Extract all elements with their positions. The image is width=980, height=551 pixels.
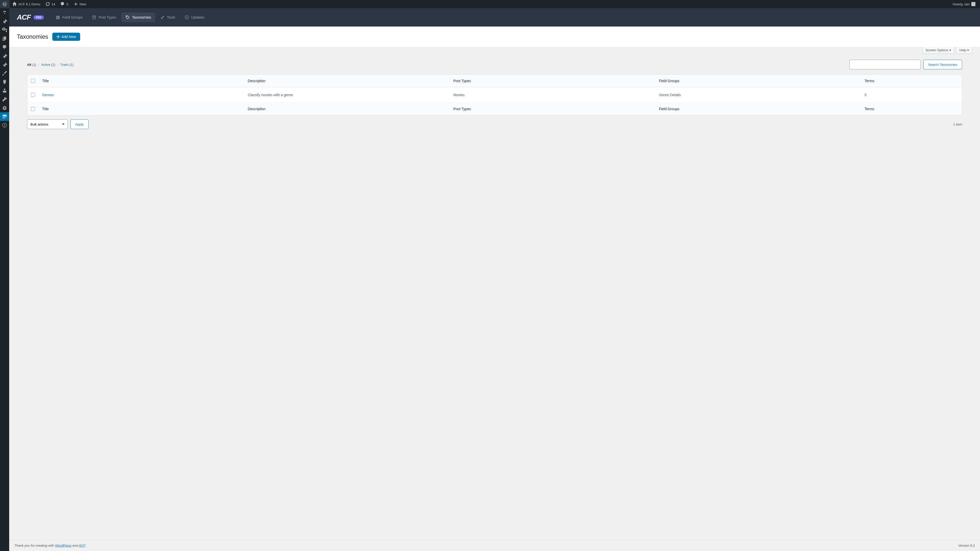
sidebar-tools[interactable] [0, 95, 9, 103]
col-post-types[interactable]: Post Types [450, 103, 655, 115]
brush-icon [2, 71, 7, 76]
footer-acf-link[interactable]: ACF [79, 544, 85, 548]
search-input[interactable] [850, 60, 921, 69]
sidebar-plugins[interactable] [0, 78, 9, 86]
wp-logo-menu[interactable] [0, 0, 10, 8]
wrench-icon [2, 97, 7, 102]
sidebar-dashboard[interactable] [0, 8, 9, 17]
footer-thanks: Thank you for creating with WordPress an… [14, 544, 86, 548]
nav-tab-post-types[interactable]: Post Types [88, 13, 120, 22]
comments-icon [2, 44, 7, 50]
acf-pro-badge: PRO [33, 15, 44, 20]
sidebar-custom-1[interactable] [0, 52, 9, 60]
user-menu[interactable]: Howdy, Iain [950, 0, 978, 8]
wordpress-icon [3, 2, 7, 6]
plus-icon [56, 35, 60, 38]
chevron-down-icon: ▾ [967, 48, 969, 52]
row-post-types: Movies [450, 87, 655, 103]
nav-tab-tools[interactable]: Tools [156, 13, 180, 22]
col-description[interactable]: Description [244, 75, 450, 87]
col-description[interactable]: Description [244, 103, 450, 115]
footer-wp-link[interactable]: WordPress [55, 544, 72, 548]
nav-tab-updates[interactable]: Updates [180, 13, 208, 22]
sidebar-custom-2[interactable] [0, 60, 9, 69]
svg-rect-5 [56, 17, 60, 18]
sidebar-settings[interactable] [0, 103, 9, 112]
nav-tab-taxonomies[interactable]: Taxonomies [121, 13, 155, 22]
user-icon [2, 88, 7, 93]
settings-icon [2, 105, 7, 110]
bulk-actions-select[interactable]: Bulk actions [27, 119, 68, 129]
acf-header-nav: ACF PRO Field Groups Post Types Taxonomi… [9, 8, 980, 27]
plus-icon [73, 2, 78, 6]
howdy-text: Howdy, Iain [953, 2, 970, 6]
help-tab[interactable]: Help ▾ [956, 47, 972, 54]
comment-icon [60, 2, 65, 6]
acf-logo-text: ACF [17, 13, 31, 21]
row-checkbox[interactable] [31, 93, 35, 97]
dashboard-icon [2, 10, 7, 15]
nav-tab-label: Tools [167, 15, 175, 19]
screen-meta-row: Screen Options ▾ Help ▾ [9, 47, 980, 54]
pin-icon [2, 53, 7, 59]
sidebar-acf[interactable] [0, 112, 9, 121]
filter-trash[interactable]: Trash (1) [60, 63, 73, 67]
media-icon [2, 27, 7, 32]
sidebar-pages[interactable] [0, 34, 9, 43]
collapse-icon [2, 123, 7, 128]
tag-icon [125, 15, 130, 20]
svg-rect-0 [3, 115, 6, 116]
pin-icon [2, 19, 7, 24]
add-new-button[interactable]: Add New [52, 33, 80, 41]
sidebar-collapse[interactable] [0, 121, 9, 130]
sidebar-appearance[interactable] [0, 69, 9, 78]
svg-rect-2 [3, 118, 5, 119]
col-title[interactable]: Title [38, 75, 244, 87]
comments-menu[interactable]: 0 [58, 0, 71, 8]
pin-icon [2, 62, 7, 67]
screen-options-tab[interactable]: Screen Options ▾ [922, 47, 955, 54]
page-title: Taxonomies [17, 33, 48, 40]
filter-all[interactable]: All (1) [27, 63, 36, 67]
table-wrapper: Title Description Post Types Field Group… [27, 75, 962, 115]
col-field-groups[interactable]: Field Groups [655, 103, 861, 115]
nav-tab-label: Field Groups [62, 15, 83, 19]
table-footer-row: Title Description Post Types Field Group… [27, 103, 962, 115]
filter-active[interactable]: Active (1) [41, 63, 56, 67]
select-all-checkbox-bottom[interactable] [31, 107, 35, 111]
site-name-menu[interactable]: ACF 6.1 Demo [10, 0, 43, 8]
comments-count: 0 [66, 2, 68, 6]
updates-count: 14 [52, 2, 55, 6]
acf-logo[interactable]: ACF PRO [17, 13, 44, 21]
nav-tab-label: Updates [191, 15, 204, 19]
search-button[interactable]: Search Taxonomies [923, 60, 962, 69]
sidebar-users[interactable] [0, 86, 9, 95]
sidebar-posts[interactable] [0, 17, 9, 25]
new-content-menu[interactable]: New [71, 0, 89, 8]
wp-footer: Thank you for creating with WordPress an… [9, 540, 980, 551]
avatar [971, 2, 975, 6]
col-field-groups[interactable]: Field Groups [655, 75, 861, 87]
taxonomies-table: Title Description Post Types Field Group… [27, 75, 962, 115]
table-header-row: Title Description Post Types Field Group… [27, 75, 962, 87]
add-new-label: Add New [62, 35, 76, 39]
updates-menu[interactable]: 14 [43, 0, 58, 8]
sidebar-media[interactable] [0, 25, 9, 34]
nav-tab-field-groups[interactable]: Field Groups [52, 13, 87, 22]
col-terms[interactable]: Terms [861, 103, 962, 115]
download-icon [185, 15, 189, 20]
tools-icon [160, 15, 165, 20]
col-terms[interactable]: Terms [861, 75, 962, 87]
svg-point-10 [127, 16, 127, 17]
row-title-link[interactable]: Genres [42, 93, 54, 97]
site-name-label: ACF 6.1 Demo [18, 2, 40, 6]
row-field-groups: Genre Details [655, 87, 861, 103]
refresh-icon [45, 2, 50, 6]
apply-button[interactable]: Apply [70, 119, 89, 129]
select-all-checkbox[interactable] [31, 79, 35, 83]
sidebar-comments[interactable] [0, 43, 9, 52]
wp-admin-sidebar [0, 8, 9, 551]
col-post-types[interactable]: Post Types [450, 75, 655, 87]
col-title[interactable]: Title [38, 103, 244, 115]
page-icon [2, 36, 7, 41]
